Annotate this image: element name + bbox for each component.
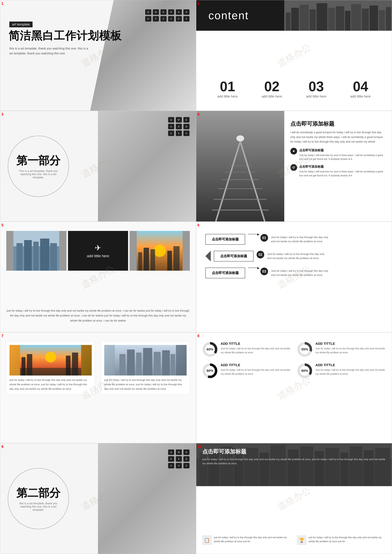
slide-number-4: 4 [197,112,199,116]
key: C [176,16,182,21]
slide3-circle-sub: This is a art template, thank you watchi… [17,169,60,179]
slide6-num-3: 03 [260,268,268,275]
num-label-1: add tittle here [217,94,238,98]
key: D [145,16,151,21]
keyboard-keys: Q W E R A S D F Z X C V [145,9,190,21]
slide8-pie-1: 60% [202,342,218,357]
slide10-bottom-item-2: 🏆 just for today i will try to live thro… [297,535,386,545]
key: X [176,131,182,136]
svg-rect-52 [171,354,175,376]
slide4-main-heading: 点击即可添加标题 [290,120,386,128]
slide2-buildings [284,0,392,31]
svg-rect-35 [151,249,155,271]
key: S [176,124,182,129]
slide4-right-content: 点击即可添加标题 i will do somebody a good turnj… [284,111,392,221]
svg-rect-42 [27,354,32,376]
slide8-pie-4: 60% [297,363,312,379]
left-arrow-2 [205,251,211,261]
key: A [168,124,174,129]
arrow-shape-3 [248,268,257,268]
svg-rect-29 [40,238,49,271]
slide-number-10: 10 [197,445,202,449]
slide8-pie-3: 80% [202,363,218,379]
slide8-pie-text-3: Just for today i will try to live throug… [221,368,291,376]
slide10-bottom-items: 📋 just for today i will try to live thro… [202,535,386,545]
slide5-bottom-text: just for today i will try to live throug… [6,308,190,323]
slide6-right-text-3: Just for today I will try to live throug… [271,268,329,277]
slide-10: 10 点击即可添加标题 [196,443,392,554]
svg-rect-37 [174,246,180,271]
slide-number-2: 2 [197,1,199,6]
svg-rect-14 [196,111,284,221]
slide10-top-body: just for today i will try to live throug… [202,457,386,465]
slide10-icon-1: 📋 [202,535,211,545]
slide-1: 1 Q W E R A S D F Z X C V art template 简… [0,0,196,111]
svg-point-32 [154,245,166,257]
slide2-content-title: content [209,9,249,22]
svg-rect-13 [386,7,391,31]
plane-icon: ✈ [95,244,101,252]
slide7-card-text-2: just for today i will try to live throug… [104,378,186,391]
slide8-pie-item-1: 60% ADD TITTLE Just for today i will try… [202,342,291,357]
svg-point-39 [45,352,56,363]
num-item-4: 04 add tittle here [350,79,371,98]
svg-rect-10 [362,8,369,31]
slide-6: 6 点击即可添加标题 01 Just for today I will try … [196,222,392,332]
svg-rect-11 [370,6,378,31]
slide8-pie-title-4: ADD TITTLE [315,363,386,367]
svg-rect-36 [167,251,172,271]
slide4-sub-label-1: 点击即可添加标题 [299,148,386,153]
slide6-arrow-mid-3 [248,268,257,268]
keyboard-bg3: Q W E A S D Z X C [98,111,196,221]
key: C [183,463,189,468]
key: W [176,449,182,455]
svg-rect-2 [291,8,299,31]
slide10-top-heading: 点击即可添加标题 [202,448,386,456]
slide8-pie-title-1: ADD TITTLE [221,342,291,346]
slide8-pie-text-2: Just for today i will try to live throug… [315,347,386,354]
num-label-2: add tittle here [262,94,282,98]
slide2-numbers-row: 01 add tittle here 02 add tittle here 03… [196,79,392,98]
svg-rect-4 [310,9,316,31]
slide4-icon-1: ★ [290,148,297,154]
key: Q [168,117,174,123]
svg-rect-3 [300,5,309,31]
svg-rect-12 [379,10,385,31]
slide-3: 3 Q W E A S D Z X C 第一部分 This is a art t… [0,111,196,222]
slide1-tag: art template [9,21,33,27]
svg-rect-46 [119,354,126,376]
slide6-left-box-1: 点击即可添加标题 [205,234,245,245]
slide5-images-row: ✈ add tittle here [6,231,190,271]
svg-rect-7 [336,6,344,31]
key: D [183,124,189,129]
watermark-10: 道格办公 [275,484,313,513]
slide8-pie-item-4: 60% ADD TITTLE Just for today i will try… [297,363,386,379]
key: Q [168,449,174,455]
num-big-4: 04 [350,79,371,94]
watermark-2: 道格办公 [275,41,313,70]
slide6-right-text-1: Just for today I will try to live throug… [271,234,329,244]
key: D [183,456,189,462]
slide4-icon-2: ⚙ [290,164,297,171]
slide7-card-text-1: just for today i will try to live throug… [9,378,92,391]
num-big-1: 01 [217,79,238,94]
num-big-2: 02 [262,79,282,94]
key: Z [168,463,174,468]
slide-number-1: 1 [1,1,3,6]
slide8-pie-info-1: ADD TITTLE Just for today i will try to … [221,342,291,354]
svg-rect-33 [138,252,142,271]
slide8-pie-2: 55% [297,342,312,357]
svg-rect-9 [351,4,361,31]
slide10-bottom-text-2: just for today i will try to live throug… [309,535,386,543]
key: R [168,9,174,15]
key: E [183,449,189,455]
slide6-arrow-mid-1 [248,234,257,234]
svg-rect-48 [136,353,141,376]
num-item-3: 03 add tittle here [306,79,326,98]
slide6-num-2: 02 [257,251,264,259]
slide3-circle: 第一部分 This is a art template, thank you w… [8,136,69,197]
key: W [153,9,159,15]
slide8-pie-title-3: ADD TITTLE [221,363,291,367]
key: Z [168,131,174,136]
num-label-3: add tittle here [306,94,326,98]
